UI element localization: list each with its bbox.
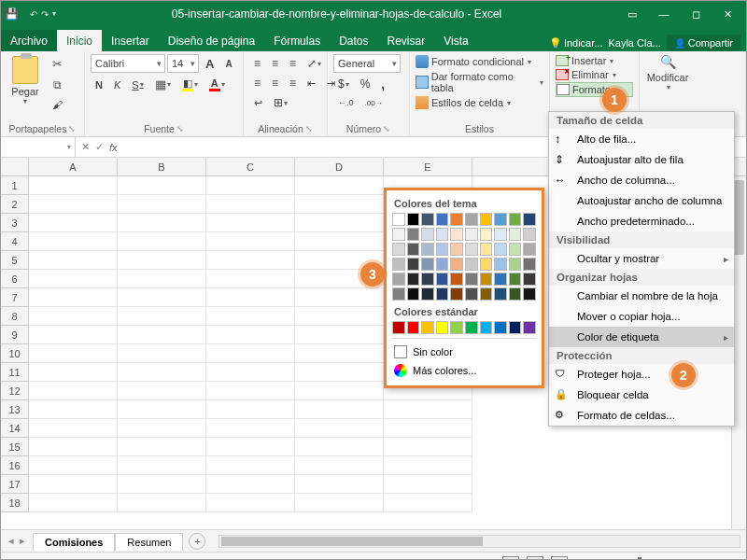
fx-icon[interactable]: fx	[109, 142, 121, 153]
cancel-icon[interactable]: ✕	[81, 141, 90, 153]
cell[interactable]	[118, 307, 206, 326]
cell[interactable]	[29, 475, 118, 494]
cell[interactable]	[118, 344, 206, 363]
cell[interactable]	[206, 270, 295, 288]
align-center-button[interactable]	[267, 74, 283, 92]
color-swatch[interactable]	[494, 243, 507, 256]
cell[interactable]	[29, 176, 118, 195]
cell[interactable]	[295, 326, 384, 344]
cell[interactable]	[118, 382, 206, 400]
cell[interactable]	[384, 475, 472, 494]
select-all-corner[interactable]	[1, 158, 29, 175]
cell[interactable]	[206, 400, 295, 419]
cell[interactable]	[384, 494, 472, 512]
color-swatch[interactable]	[523, 258, 536, 271]
cell[interactable]	[118, 195, 206, 214]
cell[interactable]	[295, 419, 384, 438]
color-swatch[interactable]	[450, 213, 463, 226]
color-swatch[interactable]	[421, 287, 434, 301]
color-swatch[interactable]	[421, 258, 434, 271]
color-swatch[interactable]	[509, 273, 522, 286]
color-swatch[interactable]	[480, 243, 493, 256]
font-name-combo[interactable]: Calibri	[91, 54, 165, 73]
tab-view[interactable]: Vista	[434, 30, 477, 51]
color-swatch[interactable]	[450, 243, 463, 256]
horizontal-scrollbar[interactable]	[218, 535, 740, 548]
color-swatch[interactable]	[523, 287, 536, 301]
cell[interactable]	[29, 494, 118, 512]
color-swatch[interactable]	[407, 321, 420, 334]
no-color-option[interactable]: Sin color	[392, 343, 536, 361]
cell[interactable]	[118, 232, 206, 251]
cell[interactable]	[29, 382, 118, 400]
menu-hide-unhide[interactable]: Ocultar y mostrar▸	[549, 248, 734, 269]
menu-protect-sheet[interactable]: Proteger hoja...	[549, 364, 734, 385]
cell[interactable]	[295, 400, 384, 419]
color-swatch[interactable]	[509, 258, 522, 271]
cell[interactable]	[29, 307, 118, 326]
column-header[interactable]: B	[118, 158, 206, 175]
color-swatch[interactable]	[421, 273, 434, 286]
zoom-level[interactable]: 100 %	[708, 557, 737, 561]
redo-icon[interactable]: ↷	[41, 9, 49, 20]
menu-autofit-column[interactable]: Autoajustar ancho de columna	[549, 190, 734, 211]
sheet-tab-active[interactable]: Comisiones	[33, 533, 115, 552]
color-swatch[interactable]	[436, 258, 449, 271]
color-swatch[interactable]	[509, 243, 522, 256]
merge-button[interactable]: ▾	[269, 93, 292, 112]
zoom-out-button[interactable]: —	[575, 557, 585, 561]
color-swatch[interactable]	[480, 258, 493, 271]
color-swatch[interactable]	[436, 213, 449, 226]
cell[interactable]	[29, 326, 118, 344]
menu-column-width[interactable]: Ancho de columna...	[549, 170, 734, 190]
color-swatch[interactable]	[392, 228, 405, 241]
cell[interactable]	[295, 494, 384, 512]
column-header[interactable]: E	[384, 158, 472, 175]
color-swatch[interactable]	[407, 273, 420, 286]
color-swatch[interactable]	[407, 258, 420, 271]
cell[interactable]	[118, 214, 206, 232]
cell[interactable]	[206, 438, 295, 456]
close-button[interactable]: ✕	[712, 4, 742, 24]
decrease-indent-button[interactable]	[303, 75, 320, 92]
cell[interactable]	[206, 363, 295, 382]
name-box[interactable]: ▾	[1, 137, 76, 157]
cell[interactable]	[29, 438, 118, 456]
color-swatch[interactable]	[407, 243, 420, 256]
cell[interactable]	[206, 288, 295, 307]
menu-lock-cell[interactable]: Bloquear celda	[549, 385, 734, 405]
cell[interactable]	[206, 494, 295, 512]
color-swatch[interactable]	[494, 228, 507, 241]
cell[interactable]	[206, 232, 295, 251]
cell-styles-button[interactable]: Estilos de celda▾	[416, 95, 543, 110]
color-swatch[interactable]	[421, 213, 434, 226]
cell[interactable]	[206, 176, 295, 195]
align-right-button[interactable]	[285, 74, 301, 92]
color-swatch[interactable]	[392, 258, 405, 271]
minimize-button[interactable]: —	[649, 4, 679, 24]
view-page-break-icon[interactable]	[551, 556, 568, 561]
cell[interactable]	[29, 270, 118, 288]
color-swatch[interactable]	[392, 287, 405, 301]
cell[interactable]	[295, 344, 384, 363]
cell[interactable]	[29, 214, 118, 232]
cell[interactable]	[295, 438, 384, 456]
row-header[interactable]: 10	[1, 344, 29, 363]
color-swatch[interactable]	[465, 287, 478, 301]
color-swatch[interactable]	[450, 258, 463, 271]
color-swatch[interactable]	[407, 228, 420, 241]
bold-button[interactable]: N	[91, 77, 107, 93]
cell[interactable]	[206, 419, 295, 438]
format-painter-button[interactable]	[48, 96, 67, 113]
cell[interactable]	[118, 438, 206, 456]
sheet-tab-other[interactable]: Resumen	[115, 533, 183, 551]
color-swatch[interactable]	[465, 228, 478, 241]
view-page-layout-icon[interactable]	[527, 556, 543, 561]
row-header[interactable]: 8	[1, 307, 29, 326]
font-color-button[interactable]: ▾	[204, 76, 230, 94]
color-swatch[interactable]	[480, 287, 493, 301]
maximize-button[interactable]: ◻	[681, 4, 711, 24]
align-top-button[interactable]	[249, 54, 265, 73]
cell[interactable]	[118, 475, 206, 494]
row-header[interactable]: 6	[1, 270, 29, 288]
